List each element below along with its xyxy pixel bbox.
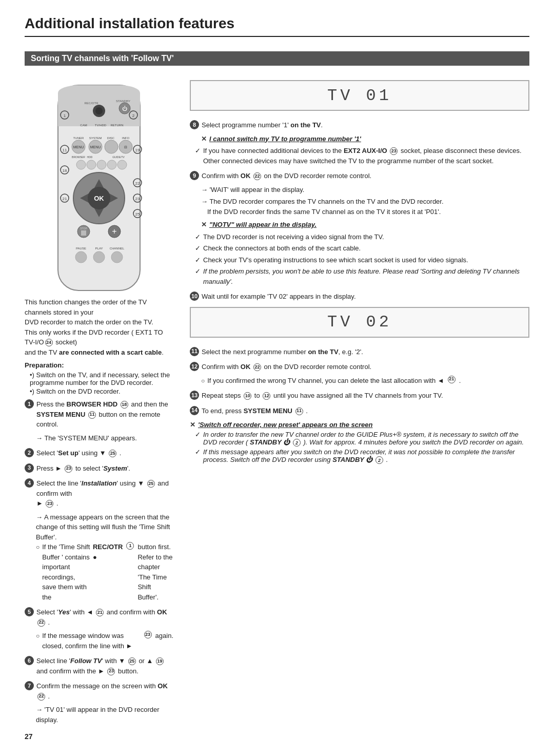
svg-text:SYSTEM: SYSTEM [89, 137, 102, 140]
svg-point-35 [117, 160, 127, 169]
page-title: Additional installation features [25, 15, 529, 37]
step-num-6: 6 [25, 656, 34, 665]
svg-point-4 [95, 107, 103, 114]
svg-text:⏻: ⏻ [122, 106, 127, 111]
svg-text:+: + [112, 227, 116, 236]
svg-text:RETURN: RETURN [111, 124, 124, 127]
svg-point-34 [107, 160, 116, 169]
intro-text: This function changes the order of the T… [25, 297, 173, 357]
svg-text:MENU: MENU [90, 145, 101, 149]
main-layout: ⏻ REC/OTR STANDBY 1 2 CAM TV/HDD RETURN … [25, 80, 529, 730]
svg-text:23: 23 [135, 197, 140, 201]
step-11: 11 Select the next programme number on t… [190, 347, 529, 357]
step-10: 10 Wait until for example 'TV 02' appear… [190, 292, 529, 302]
svg-point-31 [76, 160, 86, 169]
display-box-1: TV 01 [190, 80, 529, 111]
step-num-13: 13 [190, 391, 199, 400]
note-x-8: ✕ I cannot switch my TV to programme num… [201, 134, 529, 144]
svg-text:2: 2 [132, 113, 135, 118]
step-num-4: 4 [25, 478, 34, 488]
svg-text:⊟: ⊟ [124, 145, 127, 149]
svg-text:TV/HDD: TV/HDD [95, 124, 107, 127]
step-num-10: 10 [190, 292, 199, 301]
step-num-12: 12 [190, 362, 199, 371]
svg-point-66 [111, 251, 123, 263]
step-num-14: 14 [190, 406, 199, 415]
svg-point-24 [105, 140, 118, 153]
intro-line4b: are connected with a scart cable [59, 348, 162, 356]
step-num-5: 5 [25, 607, 34, 616]
note-x-9: ✕ "NOTV" will appear in the display. [201, 220, 529, 230]
step-2: 2 Select 'Set up' using ▼ 25 . [25, 448, 173, 458]
svg-text:TUNER: TUNER [73, 137, 84, 140]
step-7: 7 Confirm the message on the screen with… [25, 681, 173, 725]
step-8: 8 Select programme number '1' on the TV.… [190, 120, 529, 166]
step-12: 12 Confirm with OK 22 on the DVD recorde… [190, 362, 529, 385]
section-header: Sorting TV channels with 'Follow TV' [25, 51, 529, 66]
svg-text:21: 21 [63, 197, 67, 201]
svg-point-32 [87, 160, 96, 169]
svg-text:18: 18 [63, 168, 67, 173]
step-5: 5 Select 'Yes' with ◄ 21 and confirm wit… [25, 607, 173, 651]
svg-text:OK: OK [94, 195, 104, 202]
svg-text:MENU: MENU [73, 145, 84, 149]
svg-rect-58 [81, 230, 86, 236]
step-14: 14 To end, press SYSTEM MENU 11 . [190, 406, 529, 416]
final-note: ✕ 'Switch off recorder, new preset' appe… [190, 421, 529, 464]
step-num-2: 2 [25, 448, 34, 457]
svg-text:BROWSER: BROWSER [72, 156, 85, 159]
intro-line2: DVD recorder to match the order on the T… [25, 318, 153, 326]
svg-text:STOP: STOP [80, 227, 87, 230]
step-num-7: 7 [25, 681, 34, 690]
svg-point-64 [75, 251, 87, 263]
svg-text:25: 25 [135, 212, 140, 217]
preparation-block: Preparation: •) Switch on the TV, and if… [25, 361, 173, 395]
step-num-8: 8 [190, 120, 199, 129]
svg-text:PAUSE: PAUSE [76, 247, 86, 250]
svg-text:1: 1 [64, 113, 66, 118]
svg-text:STANDBY: STANDBY [116, 100, 130, 103]
prep-title: Preparation: [25, 361, 173, 369]
step-9: 9 Confirm with OK 22 on the DVD recorder… [190, 171, 529, 286]
svg-text:19: 19 [135, 148, 140, 152]
intro-line4: and the TV [25, 348, 57, 356]
step-4: 4 Select the line 'Installation' using ▼… [25, 478, 173, 602]
svg-text:PLAY: PLAY [95, 247, 103, 250]
svg-text:11: 11 [63, 148, 67, 152]
svg-point-65 [93, 251, 105, 263]
step-num-3: 3 [25, 463, 34, 473]
intro-line4c: . [162, 348, 164, 356]
page-number: 27 [25, 732, 33, 741]
svg-text:REC/OTR: REC/OTR [85, 102, 99, 105]
intro-line1: This function changes the order of the T… [25, 298, 147, 316]
step-6: 6 Select line 'Follow TV' with ▼ 25 or ▲… [25, 656, 173, 676]
remote-illustration: ⏻ REC/OTR STANDBY 1 2 CAM TV/HDD RETURN … [30, 80, 168, 297]
right-column: TV 01 8 Select programme number '1' on t… [190, 80, 529, 730]
prep-item-2: •) Switch on the DVD recorder. [30, 387, 173, 395]
step-3: 3 Press ► 23 to select 'System'. [25, 463, 173, 474]
remote-svg: ⏻ REC/OTR STANDBY 1 2 CAM TV/HDD RETURN … [30, 80, 168, 296]
step-1: 1 Press the BROWSER HDD 18 and then the … [25, 399, 173, 443]
left-column: ⏻ REC/OTR STANDBY 1 2 CAM TV/HDD RETURN … [25, 80, 173, 730]
svg-text:DISC: DISC [107, 137, 115, 140]
svg-point-33 [97, 160, 106, 169]
step-13: 13 Repeat steps 10 to 12 until you have … [190, 391, 529, 401]
intro-line3b: socket) [54, 338, 77, 346]
step-num-9: 9 [190, 171, 199, 180]
svg-text:GUIDE/TV: GUIDE/TV [112, 156, 125, 159]
svg-text:INFO: INFO [122, 137, 130, 140]
step-num-11: 11 [190, 347, 199, 356]
svg-text:CHANNEL: CHANNEL [110, 247, 125, 250]
svg-text:HDD: HDD [87, 156, 93, 159]
prep-item-1: •) Switch on the TV, and if necessary, s… [30, 371, 173, 386]
step-1-content: Press the BROWSER HDD 18 and then the SY… [36, 399, 173, 430]
svg-text:22: 22 [135, 181, 140, 186]
svg-text:CAM: CAM [80, 124, 87, 127]
circle-24: 24 [45, 339, 53, 346]
display-box-2: TV 02 [190, 307, 529, 338]
step-num-1: 1 [25, 399, 34, 409]
